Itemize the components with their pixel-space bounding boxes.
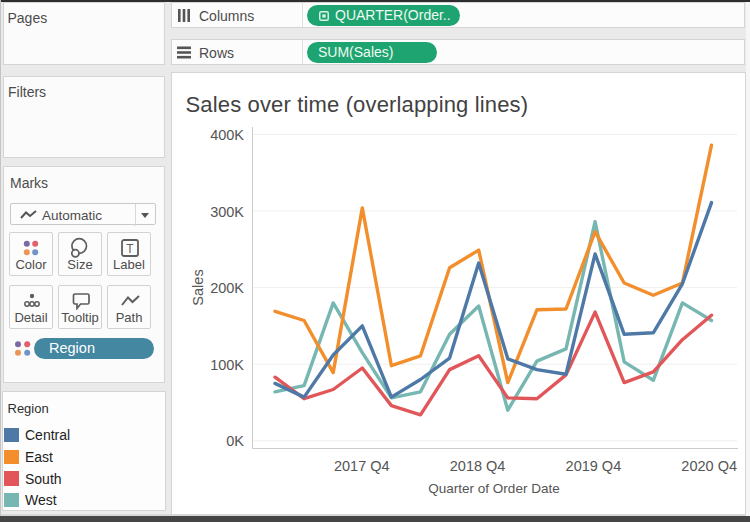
svg-text:T: T: [126, 242, 134, 256]
